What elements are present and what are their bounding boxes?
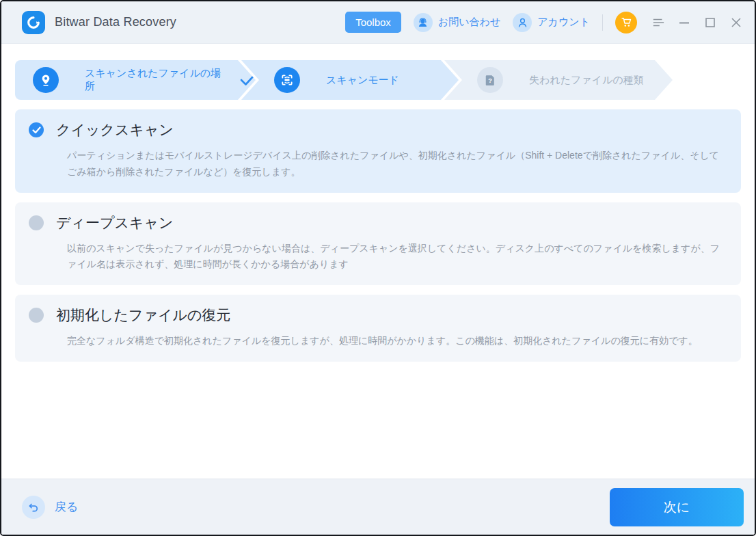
scan-mode-card-formatted-recovery[interactable]: 初期化したファイルの復元 完全なフォルダ構造で初期化されたファイルを復元しますが… <box>15 295 741 362</box>
card-description: 以前のスキャンで失ったファイルが見つからない場合は、ディープスキャンを選択してく… <box>67 241 720 273</box>
headset-support-icon <box>414 13 433 32</box>
card-title: 初期化したファイルの復元 <box>56 306 230 325</box>
contact-label: お問い合わせ <box>438 16 500 29</box>
step-file-location: スキャンされたファイルの場所 <box>15 60 256 100</box>
wizard-stepper: スキャンされたファイルの場所 <box>15 60 741 100</box>
step-label: 失われたファイルの種類 <box>529 74 644 87</box>
step-label: スキャンモード <box>326 74 399 87</box>
back-arrow-icon <box>22 496 45 519</box>
scan-mode-icon <box>274 67 300 93</box>
next-button[interactable]: 次に <box>610 488 744 526</box>
step-lost-file-types: ? 失われたファイルの種類 <box>444 60 673 100</box>
titlebar: Bitwar Data Recovery Toolbox お問い合わせ <box>1 1 755 44</box>
radio-unselected-icon <box>29 215 44 230</box>
app-window: Bitwar Data Recovery Toolbox お問い合わせ <box>0 0 756 536</box>
shopping-cart-icon[interactable] <box>615 12 637 34</box>
scan-mode-card-quick-scan[interactable]: クイックスキャン パーティションまたはモバイルストレージデバイス上の削除されたフ… <box>15 109 741 193</box>
account-link[interactable]: アカウント <box>513 13 590 32</box>
contact-link[interactable]: お問い合わせ <box>414 13 500 32</box>
toolbox-button[interactable]: Toolbox <box>345 12 401 33</box>
location-pin-icon <box>33 67 59 93</box>
minimize-icon[interactable] <box>678 16 690 29</box>
menu-icon[interactable] <box>652 16 664 29</box>
card-description: パーティションまたはモバイルストレージデバイス上の削除されたファイルや、初期化さ… <box>67 148 720 180</box>
footer-bar: 戻る 次に <box>1 479 755 535</box>
step-scan-mode: スキャンモード <box>241 60 459 100</box>
selected-check-icon <box>29 122 44 137</box>
main-content: スキャンされたファイルの場所 <box>1 44 755 479</box>
step-label: スキャンされたファイルの場所 <box>85 67 227 93</box>
maximize-icon[interactable] <box>704 16 716 29</box>
close-icon[interactable] <box>730 16 742 29</box>
window-controls <box>652 16 742 29</box>
bitwar-logo-icon <box>22 11 45 34</box>
card-title: クイックスキャン <box>56 120 174 139</box>
back-label: 戻る <box>55 499 78 515</box>
app-title: Bitwar Data Recovery <box>55 15 176 29</box>
scan-mode-card-deep-scan[interactable]: ディープスキャン 以前のスキャンで失ったファイルが見つからない場合は、ディープス… <box>15 202 741 286</box>
account-label: アカウント <box>537 16 590 29</box>
svg-text:?: ? <box>488 77 492 84</box>
card-description: 完全なフォルダ構造で初期化されたファイルを復元しますが、処理に時間がかかります。… <box>67 333 720 349</box>
radio-unselected-icon <box>29 308 44 323</box>
account-person-icon <box>513 13 532 32</box>
unknown-file-icon: ? <box>477 67 503 93</box>
step-completed-check-icon <box>239 73 256 87</box>
titlebar-divider <box>602 14 603 31</box>
card-title: ディープスキャン <box>56 213 173 232</box>
back-button[interactable]: 戻る <box>22 496 78 519</box>
